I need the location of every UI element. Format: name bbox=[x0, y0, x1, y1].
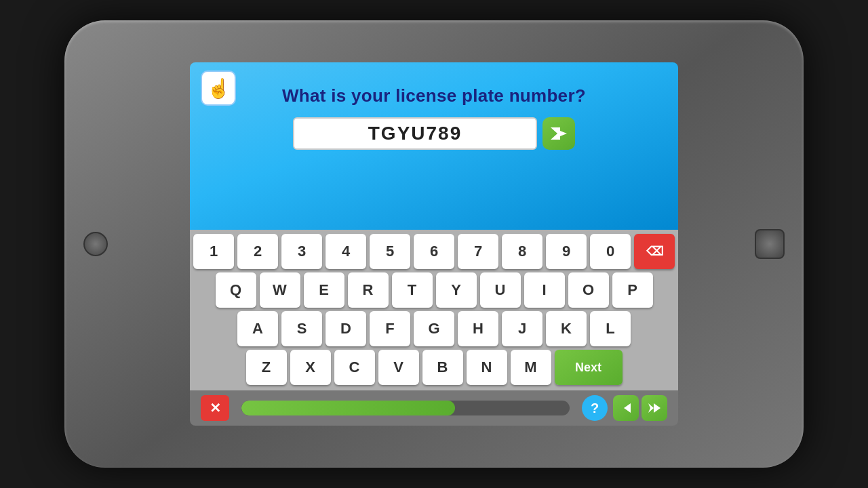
svg-marker-1 bbox=[624, 403, 631, 413]
key-i[interactable]: I bbox=[524, 272, 565, 308]
delete-key[interactable]: ⌫ bbox=[634, 234, 675, 269]
bottom-bar: ✕ ? bbox=[190, 390, 678, 426]
keyboard-area: 1 2 3 4 5 6 7 8 9 0 ⌫ Q W E R T Y U bbox=[190, 230, 678, 390]
progress-bar-fill bbox=[241, 401, 455, 415]
submit-forward-button[interactable] bbox=[542, 117, 575, 150]
key-h[interactable]: H bbox=[458, 311, 498, 346]
key-o[interactable]: O bbox=[568, 272, 609, 308]
home-button-right[interactable] bbox=[755, 229, 785, 259]
license-plate-input[interactable]: TGYU789 bbox=[293, 117, 537, 150]
home-button-left[interactable] bbox=[83, 232, 108, 256]
key-1[interactable]: 1 bbox=[193, 234, 234, 269]
question-text: What is your license plate number? bbox=[282, 85, 586, 106]
key-c[interactable]: C bbox=[334, 350, 375, 385]
number-row: 1 2 3 4 5 6 7 8 9 0 ⌫ bbox=[195, 234, 673, 269]
asdf-row: A S D F G H J K L bbox=[195, 311, 673, 346]
tablet-frame: ☝ What is your license plate number? TGY… bbox=[64, 20, 804, 468]
key-j[interactable]: J bbox=[502, 311, 542, 346]
key-f[interactable]: F bbox=[370, 311, 410, 346]
key-l[interactable]: L bbox=[590, 311, 631, 346]
key-a[interactable]: A bbox=[237, 311, 278, 346]
key-8[interactable]: 8 bbox=[502, 234, 542, 269]
nav-prev-button[interactable] bbox=[613, 395, 639, 421]
key-y[interactable]: Y bbox=[436, 272, 477, 308]
input-row: TGYU789 bbox=[203, 117, 665, 150]
help-button[interactable]: ? bbox=[582, 395, 608, 421]
nav-next-button[interactable] bbox=[642, 395, 667, 421]
next-button[interactable]: Next bbox=[555, 350, 623, 385]
progress-bar-container bbox=[241, 401, 570, 415]
key-b[interactable]: B bbox=[422, 350, 463, 385]
svg-marker-3 bbox=[654, 403, 660, 413]
app-icon: ☝ bbox=[201, 70, 236, 106]
key-q[interactable]: Q bbox=[216, 272, 256, 308]
key-e[interactable]: E bbox=[304, 272, 344, 308]
key-w[interactable]: W bbox=[260, 272, 300, 308]
key-2[interactable]: 2 bbox=[237, 234, 278, 269]
nav-buttons bbox=[613, 395, 667, 421]
key-z[interactable]: Z bbox=[246, 350, 287, 385]
key-r[interactable]: R bbox=[348, 272, 389, 308]
key-g[interactable]: G bbox=[414, 311, 454, 346]
qwerty-row: Q W E R T Y U I O P bbox=[195, 272, 673, 308]
key-s[interactable]: S bbox=[281, 311, 322, 346]
top-area: ☝ What is your license plate number? TGY… bbox=[190, 62, 678, 230]
cancel-button[interactable]: ✕ bbox=[201, 395, 229, 421]
svg-marker-2 bbox=[648, 403, 654, 413]
key-6[interactable]: 6 bbox=[414, 234, 454, 269]
key-5[interactable]: 5 bbox=[370, 234, 410, 269]
key-3[interactable]: 3 bbox=[281, 234, 322, 269]
key-0[interactable]: 0 bbox=[590, 234, 631, 269]
key-n[interactable]: N bbox=[467, 350, 507, 385]
key-t[interactable]: T bbox=[392, 272, 433, 308]
key-4[interactable]: 4 bbox=[326, 234, 366, 269]
key-m[interactable]: M bbox=[511, 350, 551, 385]
key-d[interactable]: D bbox=[326, 311, 366, 346]
key-v[interactable]: V bbox=[378, 350, 419, 385]
key-x[interactable]: X bbox=[290, 350, 331, 385]
key-k[interactable]: K bbox=[546, 311, 587, 346]
key-7[interactable]: 7 bbox=[458, 234, 498, 269]
screen: ☝ What is your license plate number? TGY… bbox=[190, 62, 678, 426]
key-9[interactable]: 9 bbox=[546, 234, 587, 269]
svg-marker-0 bbox=[551, 127, 567, 140]
key-p[interactable]: P bbox=[612, 272, 653, 308]
key-u[interactable]: U bbox=[480, 272, 521, 308]
zxcv-row: Z X C V B N M Next bbox=[195, 350, 673, 385]
